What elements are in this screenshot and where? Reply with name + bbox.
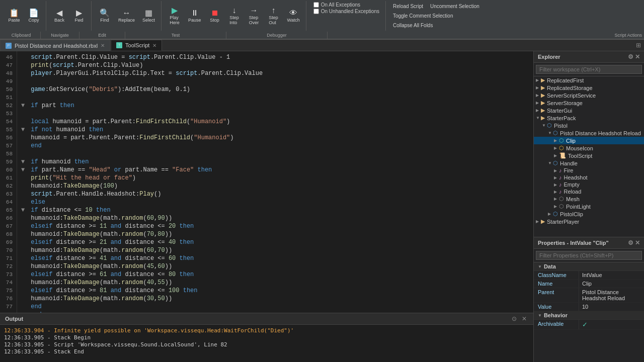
- tree-toggle-icon[interactable]: ▶: [554, 183, 559, 187]
- tree-toggle-icon[interactable]: ▶: [554, 204, 559, 209]
- explorer-close-icon[interactable]: ✕: [635, 53, 640, 60]
- replace-button[interactable]: ↔ Replace: [115, 8, 138, 24]
- toggle-comment-button[interactable]: Toggle Comment Selection: [390, 12, 456, 20]
- tree-item-mesh[interactable]: ▶ ⬡ Mesh: [534, 195, 644, 203]
- tree-toggle-icon[interactable]: ▼: [548, 161, 553, 165]
- fold-arrow[interactable]: ▼: [21, 158, 27, 166]
- tree-toggle-icon[interactable]: ▶: [554, 168, 559, 173]
- tree-toggle-icon[interactable]: ▶: [536, 219, 541, 224]
- explorer-tree[interactable]: ▶ ▶ ReplicatedFirst ▶ ▶ ReplicatedStorag…: [534, 76, 644, 237]
- tree-item-label: ReplicatedStorage: [547, 85, 593, 91]
- tree-item-pistolClip[interactable]: ▶ ⬡ PistolClip: [534, 210, 644, 218]
- play-button[interactable]: ▶ PlayHere: [166, 6, 184, 26]
- toolscript-tab-close[interactable]: ✕: [152, 43, 156, 48]
- prop-value-archivable[interactable]: ✓: [579, 320, 644, 329]
- tree-item-handle[interactable]: ▼ ⬡ Handle: [534, 159, 644, 167]
- tree-item-pointLight[interactable]: ▶ ⬡ PointLight: [534, 203, 644, 210]
- pistol-tab-close[interactable]: ✕: [101, 43, 105, 48]
- copy-button[interactable]: 📄 Copy: [25, 8, 43, 24]
- tree-toggle-icon[interactable]: ▶: [536, 108, 541, 113]
- tree-item-empty[interactable]: ▶ ♪ Empty: [534, 181, 644, 188]
- on-unhandled-checkbox-row[interactable]: On Unhandled Exceptions: [310, 9, 382, 14]
- uncomment-selection-label: Uncomment Selection: [430, 4, 479, 9]
- select-button[interactable]: ▦ Select: [139, 8, 158, 24]
- pause-label: Pause: [188, 18, 201, 23]
- fold-arrow[interactable]: ▼: [21, 126, 27, 134]
- line-num-70: 70: [2, 246, 13, 254]
- line-num-47: 47: [2, 61, 13, 69]
- tree-item-replicatedStorage[interactable]: ▶ ▶ ReplicatedStorage: [534, 84, 644, 92]
- on-unhandled-checkbox[interactable]: [313, 9, 319, 14]
- tree-item-headshot[interactable]: ▶ ♪ Headshot: [534, 174, 644, 181]
- stop-button[interactable]: ⏹ Stop: [206, 8, 224, 24]
- fold-arrow[interactable]: ▼: [21, 206, 27, 214]
- fold-arrow[interactable]: ▼: [21, 166, 27, 174]
- output-content[interactable]: 12:36:33.904 - Infinite yield possible o…: [0, 325, 533, 362]
- paste-button[interactable]: 📋 Paste: [5, 8, 23, 24]
- tree-item-toolScript[interactable]: ▶ 📜 ToolScript: [534, 152, 644, 159]
- tree-toggle-icon[interactable]: ▶: [554, 197, 559, 201]
- tree-item-starterPack[interactable]: ▼ ▶ StarterPack: [534, 114, 644, 122]
- tree-toggle-icon[interactable]: ▶: [554, 146, 559, 150]
- tree-toggle-icon[interactable]: ▼: [536, 116, 541, 120]
- step-out-button[interactable]: ↑ StepOut: [265, 6, 283, 26]
- on-all-exceptions-checkbox[interactable]: [313, 2, 319, 8]
- watch-button[interactable]: 👁 Watch: [284, 8, 303, 24]
- step-over-button[interactable]: → StepOver: [245, 6, 263, 26]
- tree-item-serverStorage[interactable]: ▶ ▶ ServerStorage: [534, 99, 644, 107]
- uncomment-selection-button[interactable]: Uncomment Selection: [427, 2, 482, 11]
- properties-filter-input[interactable]: [536, 251, 642, 260]
- tree-item-replicatedFirst[interactable]: ▶ ▶ ReplicatedFirst: [534, 76, 644, 84]
- tree-item-starterPlayer[interactable]: ▶ ▶ StarterPlayer: [534, 218, 644, 225]
- code-line-54: local humanoid = part.Parent:FindFirstCh…: [21, 118, 533, 126]
- tab-pistol[interactable]: P Pistol Distance and Headshot.rbxl ✕: [0, 40, 110, 51]
- tree-toggle-icon[interactable]: ▶: [548, 212, 553, 216]
- tree-item-starterGui[interactable]: ▶ ▶ StarterGui: [534, 107, 644, 114]
- output-clear-button[interactable]: ⊙: [510, 315, 518, 323]
- tree-item-serverScriptService[interactable]: ▶ ▶ ServerScriptService: [534, 92, 644, 99]
- explorer-settings-icon[interactable]: ⚙: [628, 53, 633, 60]
- on-all-exceptions-checkbox-row[interactable]: On All Exceptions: [310, 2, 363, 8]
- tree-toggle-icon[interactable]: ▶: [554, 190, 559, 194]
- pause-button[interactable]: ⏸ Pause: [185, 8, 204, 24]
- tree-item-clip[interactable]: ▶ ⬡ Clip: [534, 137, 644, 144]
- properties-close-icon[interactable]: ✕: [635, 239, 640, 246]
- tree-toggle-icon[interactable]: ▶: [554, 153, 559, 158]
- code-content[interactable]: script.Parent.Clip.Value = script.Parent…: [17, 51, 533, 313]
- tree-item-icon: ▶: [541, 100, 545, 106]
- prop-name-parent: Parent: [534, 288, 579, 302]
- find-button[interactable]: 🔍 Find: [96, 8, 114, 24]
- output-close-button[interactable]: ✕: [520, 315, 528, 323]
- tree-toggle-icon[interactable]: ▶: [536, 85, 541, 90]
- reload-script-button[interactable]: Reload Script: [390, 2, 426, 11]
- code-line-50: game:GetService("Debris"):AddItem(beam, …: [21, 85, 533, 94]
- tree-toggle-icon[interactable]: ▼: [548, 131, 553, 135]
- code-editor[interactable]: 4647484950515253545556575859606162636465…: [0, 51, 533, 313]
- step-into-button[interactable]: ↓ StepInto: [225, 6, 244, 26]
- fold-arrow[interactable]: ▼: [21, 102, 27, 110]
- fwd-button[interactable]: ▶ Fwd: [70, 8, 88, 24]
- back-button[interactable]: ◀ Back: [50, 8, 68, 24]
- props-section-behavior[interactable]: ▼Behavior: [534, 311, 644, 320]
- props-section-data[interactable]: ▼Data: [534, 262, 644, 271]
- edit-group-label: Edit: [79, 33, 125, 38]
- properties-settings-icon[interactable]: ⚙: [628, 239, 633, 246]
- tree-item-fire[interactable]: ▶ ♪ Fire: [534, 167, 644, 174]
- tree-toggle-icon[interactable]: ▶: [536, 101, 541, 105]
- panel-toggle-button[interactable]: ⊞: [633, 40, 644, 51]
- tree-toggle-icon[interactable]: ▶: [536, 78, 541, 82]
- tree-item-label: ReplicatedFirst: [547, 77, 584, 83]
- tree-item-pistolDistanceReload[interactable]: ▼ ⬡ Pistol Distance Headshot Reload: [534, 129, 644, 137]
- find-icon: 🔍: [100, 9, 110, 17]
- tree-toggle-icon[interactable]: ▶: [536, 93, 541, 98]
- explorer-filter-input[interactable]: [536, 65, 642, 74]
- tree-item-reload[interactable]: ▶ ♪ Reload: [534, 188, 644, 195]
- tree-toggle-icon[interactable]: ▼: [542, 123, 547, 128]
- properties-header: Properties - IntValue "Clip" ⚙ ✕: [534, 237, 644, 249]
- tree-toggle-icon[interactable]: ▶: [554, 175, 559, 180]
- collapse-all-folds-button[interactable]: Collapse All Folds: [390, 21, 436, 30]
- tab-toolscript[interactable]: T ToolScript ✕: [111, 40, 162, 51]
- tree-item-mouseIcon[interactable]: ▶ ⬡ MouseIcon: [534, 144, 644, 152]
- tree-item-pistolModel[interactable]: ▼ ⬡ Pistol: [534, 122, 644, 129]
- tree-toggle-icon[interactable]: ▶: [554, 138, 559, 143]
